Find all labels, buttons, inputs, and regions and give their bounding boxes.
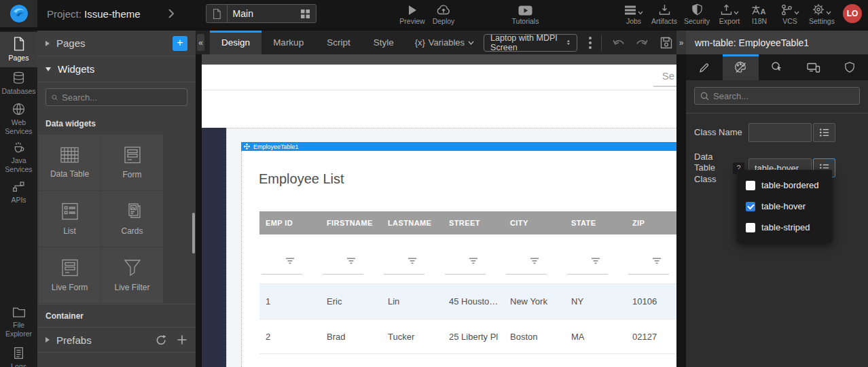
cell[interactable]: Tucker xyxy=(382,319,443,353)
cell[interactable]: Lin xyxy=(382,284,443,319)
option-table-bordered[interactable]: table-bordered xyxy=(737,175,832,196)
filter-input[interactable] xyxy=(506,274,547,275)
cell[interactable]: 25 Liberty Pl xyxy=(443,319,504,353)
widget-tile-form[interactable]: Form xyxy=(101,135,163,190)
employee-table-widget[interactable]: EmployeeTable1 Employee List EMP ID FIRS… xyxy=(241,142,676,367)
column-header[interactable]: ZIP xyxy=(626,211,676,234)
filter-cell[interactable] xyxy=(259,234,321,283)
tab-style[interactable]: Style xyxy=(362,31,405,54)
panel-scrollbar[interactable] xyxy=(192,213,195,254)
tab-events[interactable] xyxy=(759,54,795,80)
tab-devices[interactable] xyxy=(795,54,832,80)
table-title[interactable]: Employee List xyxy=(242,151,676,187)
chevron-right-icon[interactable] xyxy=(168,8,175,19)
grid-icon[interactable] xyxy=(300,9,310,19)
widget-tile-cards[interactable]: Cards xyxy=(101,191,163,247)
cell[interactable]: Brad xyxy=(321,319,382,353)
undo-button[interactable] xyxy=(609,37,630,48)
widget-tile-live-form[interactable]: Live Form xyxy=(39,247,101,303)
column-header[interactable]: EMP ID xyxy=(259,211,321,234)
option-table-hover[interactable]: table-hover xyxy=(737,196,832,217)
widget-tile-live-filter[interactable]: Live Filter xyxy=(101,247,163,303)
refresh-icon[interactable] xyxy=(156,334,167,346)
property-search-box[interactable] xyxy=(694,87,860,105)
filter-input[interactable] xyxy=(445,274,486,275)
cell[interactable]: 10106 xyxy=(626,284,676,319)
settings-button[interactable]: Settings xyxy=(804,3,839,25)
widget-search-box[interactable] xyxy=(46,88,187,106)
user-avatar[interactable]: LO xyxy=(843,4,862,23)
class-name-input[interactable] xyxy=(748,123,812,142)
add-page-button[interactable]: + xyxy=(173,36,187,51)
redo-button[interactable] xyxy=(630,37,652,48)
data-table[interactable]: EMP ID FIRSTNAME LASTNAME STREET CITY ST… xyxy=(259,211,676,354)
page-structure-section-header[interactable]: Page Structure xyxy=(37,361,196,367)
artifacts-button[interactable]: Artifacts xyxy=(647,3,681,25)
page-blank-area[interactable] xyxy=(202,90,676,128)
filter-cell[interactable] xyxy=(321,234,382,283)
filter-input[interactable] xyxy=(384,274,424,275)
filter-input[interactable] xyxy=(567,274,608,275)
export-button[interactable]: Export xyxy=(712,3,746,25)
checkbox[interactable] xyxy=(746,223,755,232)
tab-properties[interactable] xyxy=(686,54,723,80)
tab-styles[interactable] xyxy=(723,54,759,80)
prefabs-section-header[interactable]: Prefabs xyxy=(37,327,196,353)
security-button[interactable]: Security xyxy=(680,3,714,25)
device-selector[interactable]: Laptop with MDPI Screen xyxy=(484,34,577,52)
checkbox[interactable] xyxy=(746,181,755,190)
sidebar-item-file-explorer[interactable]: File Explorer xyxy=(0,303,37,341)
sidebar-item-databases[interactable]: Databases xyxy=(0,67,37,100)
cell[interactable]: 2 xyxy=(259,319,321,353)
jobs-button[interactable]: Jobs xyxy=(619,3,648,25)
widget-tile-list[interactable]: List xyxy=(39,191,101,247)
sidebar-item-apis[interactable]: APIs xyxy=(0,176,37,209)
widget-search-input[interactable] xyxy=(62,92,181,103)
filter-cell[interactable] xyxy=(443,234,504,283)
collapse-left-panel-button[interactable]: « xyxy=(197,34,204,51)
filter-cell[interactable] xyxy=(626,234,676,283)
page-header[interactable]: Se xyxy=(202,65,676,90)
cell[interactable]: 02127 xyxy=(626,319,676,353)
filter-input[interactable] xyxy=(323,274,363,275)
page-content-area[interactable]: EmployeeTable1 Employee List EMP ID FIRS… xyxy=(226,128,676,367)
tab-security[interactable] xyxy=(831,54,868,80)
tab-design[interactable]: Design xyxy=(210,31,261,54)
table-row[interactable]: 1 Eric Lin 45 Housto… New York NY 10106 xyxy=(259,283,676,319)
tab-markup[interactable]: Markup xyxy=(261,31,315,54)
filter-cell[interactable] xyxy=(504,234,565,283)
deploy-button[interactable]: Deploy xyxy=(428,3,459,25)
cell[interactable]: MA xyxy=(565,319,626,353)
app-logo[interactable] xyxy=(0,0,37,27)
sidebar-item-logs[interactable]: Logs xyxy=(0,341,37,367)
expand-panel-button[interactable]: » xyxy=(676,31,686,54)
table-row[interactable]: 2 Brad Tucker 25 Liberty Pl Boston MA 02… xyxy=(259,319,676,354)
tab-script[interactable]: Script xyxy=(315,31,362,54)
filter-cell[interactable] xyxy=(565,234,626,283)
widget-selection-header[interactable]: EmployeeTable1 xyxy=(241,142,676,151)
property-search-input[interactable] xyxy=(713,91,854,101)
more-options-button[interactable] xyxy=(586,34,594,52)
preview-button[interactable]: Preview xyxy=(397,3,428,25)
filter-input[interactable] xyxy=(261,274,302,275)
widget-tile-data-table[interactable]: Data Table xyxy=(39,135,101,190)
option-table-striped[interactable]: table-striped xyxy=(737,217,832,238)
save-button[interactable] xyxy=(656,37,676,49)
filter-cell[interactable] xyxy=(382,234,443,283)
class-name-list-button[interactable] xyxy=(813,123,835,142)
sidebar-item-java-services[interactable]: Java Services xyxy=(0,138,37,176)
variables-button[interactable]: {x} Variables xyxy=(415,37,474,48)
column-header[interactable]: STATE xyxy=(565,211,626,234)
i18n-button[interactable]: A I18N xyxy=(747,3,772,25)
widgets-section-header[interactable]: Widgets xyxy=(37,56,196,82)
add-prefab-icon[interactable] xyxy=(177,334,187,345)
column-header[interactable]: STREET xyxy=(443,211,504,234)
cell[interactable]: New York xyxy=(504,284,565,319)
vcs-button[interactable]: VCS xyxy=(774,3,806,25)
sidebar-item-pages[interactable]: Pages xyxy=(0,32,37,67)
column-header[interactable]: FIRSTNAME xyxy=(321,211,382,234)
column-header[interactable]: CITY xyxy=(504,211,565,234)
page-top-navbar[interactable] xyxy=(202,54,676,65)
filter-input[interactable] xyxy=(628,274,669,275)
sidebar-item-web-services[interactable]: Web Services xyxy=(0,100,37,138)
